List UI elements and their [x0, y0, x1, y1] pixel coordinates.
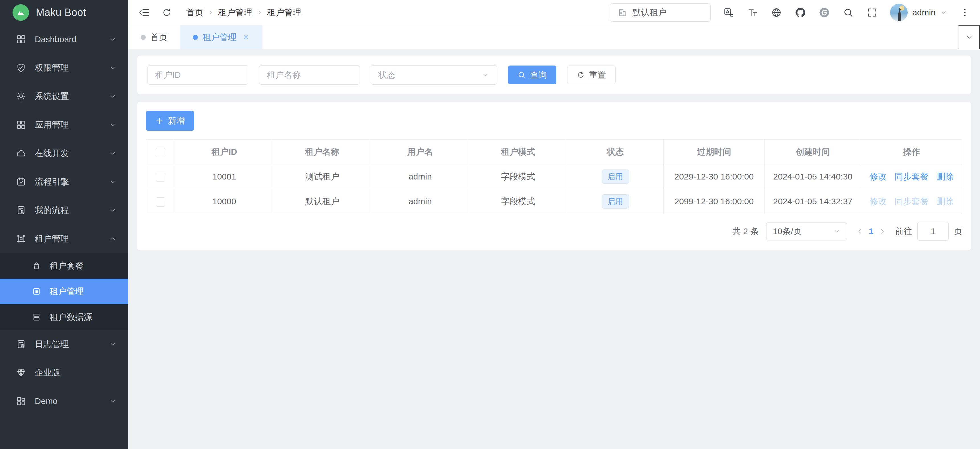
sidebar-item-label: 企业版 — [35, 367, 117, 379]
cell-expire_time: 2099-12-30 16:00:00 — [663, 189, 765, 214]
plus-icon — [155, 117, 164, 125]
sidebar-item-9[interactable]: 企业版 — [0, 358, 128, 387]
tab-1[interactable]: 租户管理 — [180, 26, 262, 49]
sidebar-item-7[interactable]: 租户管理 — [0, 225, 128, 253]
chevron-down-icon — [482, 71, 490, 79]
add-button[interactable]: 新增 — [146, 111, 194, 131]
breadcrumb: 首页租户管理租户管理 — [186, 7, 301, 19]
action-link-1[interactable]: 同步套餐 — [894, 172, 929, 181]
query-button[interactable]: 查询 — [508, 66, 556, 84]
chevron-down-icon — [965, 33, 974, 42]
translate-button[interactable] — [723, 7, 734, 18]
tenant-table: 租户ID租户名称用户名租户模式状态过期时间创建时间操作10001测试租户admi… — [146, 139, 963, 214]
page-size-select[interactable]: 10条/页 — [766, 222, 847, 240]
list-square-icon — [32, 287, 41, 296]
kebab-icon — [960, 8, 970, 18]
fullscreen-button[interactable] — [867, 7, 878, 18]
row-checkbox[interactable] — [156, 173, 165, 182]
column-header-1: 租户名称 — [273, 140, 371, 165]
reset-button[interactable]: 重置 — [567, 66, 616, 84]
action-link-2[interactable]: 删除 — [937, 172, 954, 181]
tenant-select-value: 默认租户 — [632, 7, 667, 19]
tabs-dropdown-button[interactable] — [958, 26, 980, 49]
app-logo[interactable]: Maku Boot — [0, 0, 128, 25]
chevron-down-icon — [109, 340, 117, 348]
action-link-0[interactable]: 修改 — [870, 172, 887, 181]
status-select[interactable]: 状态 — [371, 65, 497, 85]
column-header-4: 状态 — [567, 140, 663, 165]
gear-icon — [16, 91, 26, 101]
breadcrumb-item-0[interactable]: 首页 — [186, 7, 203, 19]
font-size-button[interactable] — [747, 7, 758, 18]
column-header-5: 过期时间 — [663, 140, 765, 165]
chevron-down-icon — [940, 9, 948, 16]
chevron-down-icon — [833, 228, 840, 235]
select-all-checkbox[interactable] — [156, 148, 165, 157]
refresh-icon — [162, 7, 172, 18]
row-checkbox[interactable] — [156, 197, 165, 206]
sidebar-item-3[interactable]: 应用管理 — [0, 110, 128, 139]
prev-page-button[interactable] — [854, 227, 865, 236]
sidebar-item-8[interactable]: 日志管理 — [0, 330, 128, 358]
search-button[interactable] — [843, 7, 854, 18]
tabbar-tabs: 首页租户管理 — [128, 26, 958, 49]
sidebar-item-6[interactable]: 我的流程 — [0, 196, 128, 225]
logo-mountain-icon — [13, 4, 29, 21]
breadcrumb-item-2: 租户管理 — [267, 7, 301, 19]
github-button[interactable] — [795, 7, 806, 18]
tab-close-icon[interactable] — [242, 34, 250, 41]
gitee-button[interactable] — [819, 7, 830, 18]
cell-mode: 字段模式 — [469, 165, 567, 189]
tab-dot-icon — [141, 35, 146, 40]
cell-create_time: 2024-01-05 14:32:37 — [765, 189, 861, 214]
header-tools — [723, 7, 878, 18]
sidebar-item-10[interactable]: Demo — [0, 387, 128, 415]
user-menu[interactable]: admin — [890, 4, 948, 21]
cell-create_time: 2024-01-05 14:40:30 — [765, 165, 861, 189]
sidebar-subitem-2[interactable]: 租户数据源 — [0, 304, 128, 330]
diamond-icon — [16, 368, 26, 378]
kebab-menu-button[interactable] — [960, 8, 970, 18]
tenant-select[interactable]: 默认租户 — [610, 3, 711, 22]
goto-page-input[interactable] — [917, 222, 949, 241]
table-card: 新增 租户ID租户名称用户名租户模式状态过期时间创建时间操作10001测试租户a… — [137, 102, 971, 251]
sidebar-subitem-label: 租户管理 — [49, 286, 84, 297]
sidebar-item-label: 流程引擎 — [35, 176, 109, 188]
tenant-id-input[interactable] — [148, 65, 248, 85]
topbar: 首页租户管理租户管理 默认租户 admin — [128, 0, 980, 26]
current-page[interactable]: 1 — [867, 227, 875, 236]
sidebar-item-5[interactable]: 流程引擎 — [0, 168, 128, 196]
breadcrumb-item-1[interactable]: 租户管理 — [218, 7, 252, 19]
gitee-icon — [819, 7, 830, 18]
collapse-sidebar-button[interactable] — [138, 7, 150, 18]
doc-user-icon — [16, 205, 26, 216]
tenant-name-input[interactable] — [259, 65, 360, 85]
cell-mode: 字段模式 — [469, 189, 567, 214]
tab-0[interactable]: 首页 — [128, 26, 180, 49]
globe-button[interactable] — [771, 7, 782, 18]
chevron-down-icon — [109, 178, 117, 186]
sidebar-item-2[interactable]: 系统设置 — [0, 82, 128, 110]
sidebar-item-4[interactable]: 在线开发 — [0, 139, 128, 168]
building-icon — [617, 8, 627, 18]
sidebar-subitem-0[interactable]: 租户套餐 — [0, 253, 128, 279]
demo-grid-icon — [16, 396, 26, 406]
sidebar-item-0[interactable]: Dashboard — [0, 25, 128, 54]
log-doc-icon — [16, 339, 26, 349]
sidebar-submenu: 租户套餐租户管理租户数据源 — [0, 253, 128, 330]
page-suffix: 页 — [954, 225, 963, 237]
status-badge: 启用 — [601, 169, 629, 184]
add-button-label: 新增 — [168, 115, 185, 127]
sidebar-menu: Dashboard权限管理系统设置应用管理在线开发流程引擎我的流程租户管理租户套… — [0, 25, 128, 449]
next-page-button[interactable] — [877, 227, 888, 236]
chevron-down-icon — [109, 206, 117, 214]
cell-tenant_name: 默认租户 — [273, 189, 371, 214]
sidebar-item-1[interactable]: 权限管理 — [0, 54, 128, 82]
refresh-button[interactable] — [162, 7, 172, 18]
table-row-0: 10001测试租户admin字段模式启用2029-12-30 16:00:002… — [146, 165, 963, 189]
tenant-frame-icon — [16, 233, 26, 244]
app-title: Maku Boot — [36, 6, 86, 19]
dashboard-grid-icon — [16, 34, 26, 45]
sidebar-subitem-1[interactable]: 租户管理 — [0, 279, 128, 304]
sidebar-item-label: Demo — [35, 396, 109, 406]
